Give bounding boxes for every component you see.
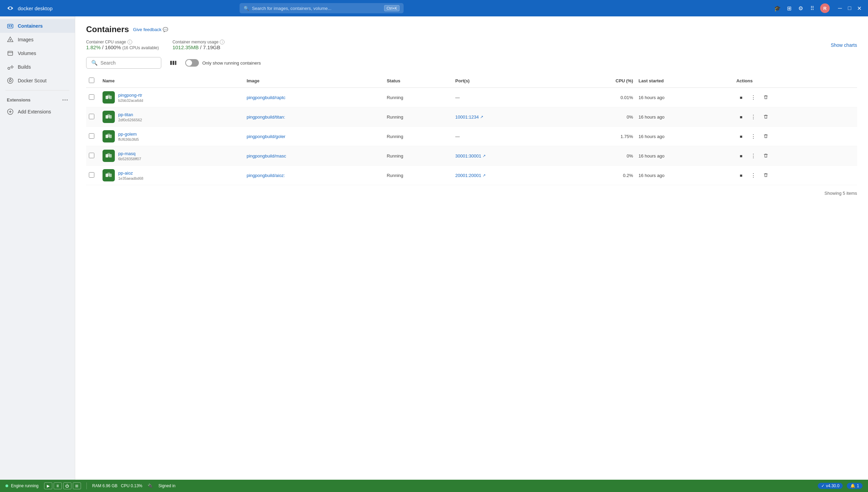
power-button[interactable]: ⏻ bbox=[63, 482, 71, 489]
stop-button[interactable]: ■ bbox=[736, 151, 746, 161]
header-cpu: CPU (%) bbox=[564, 74, 636, 88]
row-checkbox[interactable] bbox=[89, 133, 94, 139]
sidebar-item-builds[interactable]: Builds bbox=[0, 60, 75, 74]
grid-icon[interactable]: ⠿ bbox=[809, 4, 816, 12]
stop-button[interactable]: ■ bbox=[736, 112, 746, 122]
containers-icon bbox=[7, 23, 14, 29]
port-link[interactable]: 30001:30001 ↗ bbox=[455, 153, 561, 159]
learn-icon[interactable]: 🎓 bbox=[774, 4, 781, 12]
external-link-icon: ↗ bbox=[483, 173, 486, 178]
container-name[interactable]: pp-golem bbox=[118, 132, 139, 137]
main-content: Containers Give feedback 💬 Container CPU… bbox=[75, 16, 868, 480]
container-search[interactable]: 🔍 bbox=[86, 57, 161, 69]
settings-icon[interactable]: ⚙ bbox=[797, 4, 804, 12]
extensions-icon[interactable]: ⊞ bbox=[785, 4, 793, 12]
image-link[interactable]: pingpongbuild/aioz: bbox=[247, 173, 285, 178]
terminal-button[interactable]: ⊞ bbox=[73, 482, 81, 489]
row-checkbox[interactable] bbox=[89, 94, 94, 100]
header-last-started: Last started bbox=[636, 74, 734, 88]
image-link[interactable]: pingpongbuild/goler bbox=[247, 134, 285, 139]
running-only-toggle[interactable] bbox=[185, 59, 199, 67]
row-checkbox-cell[interactable] bbox=[86, 127, 100, 146]
more-button[interactable]: ⋮ bbox=[749, 151, 758, 161]
notifications-badge[interactable]: 🔔 1 bbox=[847, 483, 863, 489]
sidebar-item-images[interactable]: Images bbox=[0, 33, 75, 46]
sidebar-item-add-extensions[interactable]: Add Extensions bbox=[0, 105, 75, 119]
running-only-toggle-container: Only show running containers bbox=[185, 59, 261, 67]
more-button[interactable]: ⋮ bbox=[749, 93, 758, 102]
status-label: Running bbox=[387, 153, 403, 159]
row-checkbox[interactable] bbox=[89, 172, 94, 178]
header-status: Status bbox=[384, 74, 453, 88]
search-icon: 🔍 bbox=[244, 6, 249, 11]
port-link[interactable]: 10001:1234 ↗ bbox=[455, 114, 561, 120]
external-link-icon: ↗ bbox=[483, 154, 486, 158]
images-icon bbox=[7, 36, 14, 43]
table-row: pp-aioz 1e35aeadbd68 pingpongbuild/aioz:… bbox=[86, 166, 857, 185]
app-body: Containers Images Volumes bbox=[0, 16, 868, 480]
more-button[interactable]: ⋮ bbox=[749, 170, 758, 180]
engine-dot bbox=[5, 484, 8, 487]
stop-button[interactable]: ■ bbox=[736, 132, 746, 141]
svg-point-8 bbox=[8, 67, 10, 69]
container-name[interactable]: pp-aioz bbox=[118, 170, 143, 176]
more-button[interactable]: ⋮ bbox=[749, 112, 758, 122]
row-checkbox-cell[interactable] bbox=[86, 166, 100, 185]
container-name[interactable]: pp-masq bbox=[118, 151, 141, 156]
container-name[interactable]: pp-titan bbox=[118, 112, 142, 117]
row-checkbox[interactable] bbox=[89, 153, 94, 158]
stats-bar: Container CPU usage i 1.82% / 1600% (16 … bbox=[75, 40, 868, 57]
memory-info-icon[interactable]: i bbox=[220, 40, 225, 44]
header-checkbox[interactable] bbox=[86, 74, 100, 88]
more-button[interactable]: ⋮ bbox=[749, 132, 758, 141]
container-name[interactable]: pingpong-rtr bbox=[118, 93, 143, 98]
show-charts-button[interactable]: Show charts bbox=[831, 42, 857, 48]
delete-button[interactable] bbox=[761, 132, 771, 141]
row-checkbox-cell[interactable] bbox=[86, 146, 100, 166]
image-link[interactable]: pingpongbuild/titan: bbox=[247, 114, 285, 120]
cpu-info-icon[interactable]: i bbox=[127, 40, 132, 44]
window-controls: ─ □ ✕ bbox=[837, 5, 863, 12]
svg-rect-29 bbox=[107, 153, 110, 156]
container-short-id: 2df0c6266562 bbox=[118, 118, 142, 122]
version-badge[interactable]: ✓ v4.30.0 bbox=[818, 483, 843, 489]
close-button[interactable]: ✕ bbox=[856, 5, 863, 12]
check-icon: ✓ bbox=[821, 483, 825, 488]
running-only-label: Only show running containers bbox=[202, 60, 261, 66]
extensions-more-button[interactable]: ⋯ bbox=[62, 96, 68, 104]
header-image: Image bbox=[244, 74, 384, 88]
row-actions-cell: ■ ⋮ bbox=[734, 88, 857, 107]
row-checkbox-cell[interactable] bbox=[86, 88, 100, 107]
row-checkbox[interactable] bbox=[89, 114, 94, 119]
select-all-checkbox[interactable] bbox=[89, 78, 94, 83]
minimize-button[interactable]: ─ bbox=[837, 5, 843, 12]
pause-button[interactable]: ⏸ bbox=[54, 482, 62, 489]
feedback-link[interactable]: Give feedback 💬 bbox=[133, 27, 168, 32]
row-checkbox-cell[interactable] bbox=[86, 107, 100, 127]
row-last-started-cell: 16 hours ago bbox=[636, 146, 734, 166]
maximize-button[interactable]: □ bbox=[846, 5, 853, 12]
sidebar-item-containers[interactable]: Containers bbox=[0, 19, 75, 33]
delete-button[interactable] bbox=[761, 93, 771, 102]
delete-button[interactable] bbox=[761, 112, 771, 122]
stop-button[interactable]: ■ bbox=[736, 93, 746, 102]
app-logo[interactable]: docker desktop bbox=[5, 3, 53, 13]
sidebar-item-volumes[interactable]: Volumes bbox=[0, 46, 75, 60]
avatar[interactable]: R bbox=[820, 3, 830, 13]
image-link[interactable]: pingpongbuild/masc bbox=[247, 153, 286, 159]
port-link[interactable]: 20001:20001 ↗ bbox=[455, 173, 561, 178]
delete-button[interactable] bbox=[761, 151, 771, 161]
delete-button[interactable] bbox=[761, 170, 771, 180]
search-input[interactable] bbox=[100, 60, 156, 66]
columns-button[interactable] bbox=[167, 57, 180, 69]
external-link-icon: ↗ bbox=[480, 115, 483, 119]
global-search[interactable]: 🔍 Search for images, containers, volume.… bbox=[240, 3, 404, 13]
row-image-cell: pingpongbuild/raptc bbox=[244, 88, 384, 107]
stop-button[interactable]: ■ bbox=[736, 170, 746, 180]
status-divider bbox=[86, 482, 87, 489]
image-link[interactable]: pingpongbuild/raptc bbox=[247, 95, 285, 100]
svg-rect-23 bbox=[107, 114, 110, 118]
sidebar-item-docker-scout[interactable]: Docker Scout bbox=[0, 74, 75, 87]
titlebar-actions: 🎓 ⊞ ⚙ ⠿ R ─ □ ✕ bbox=[774, 3, 863, 13]
play-button[interactable]: ▶ bbox=[44, 482, 52, 489]
